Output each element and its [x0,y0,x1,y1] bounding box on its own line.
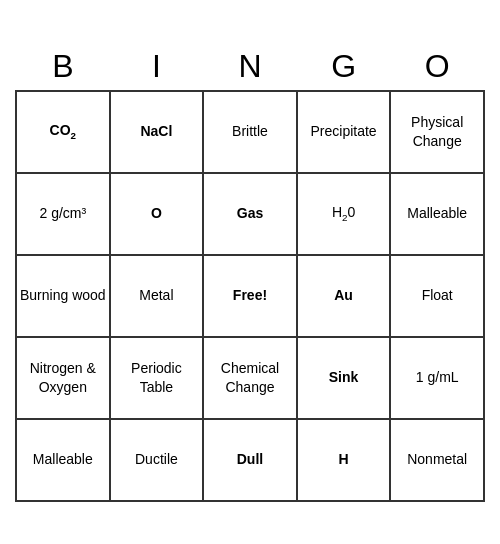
cell-r1-c1: O [110,173,204,255]
cell-r3-c1: Periodic Table [110,337,204,419]
cell-r2-c0: Burning wood [16,255,110,337]
cell-r4-c4: Nonmetal [390,419,484,501]
bingo-table: B I N G O CO2NaClBrittlePrecipitatePhysi… [15,43,485,502]
col-g: G [297,43,391,91]
cell-r1-c4: Malleable [390,173,484,255]
cell-r0-c1: NaCl [110,91,204,173]
cell-r1-c0: 2 g/cm³ [16,173,110,255]
cell-r2-c3: Au [297,255,391,337]
col-b: B [16,43,110,91]
cell-r1-c3: H20 [297,173,391,255]
cell-r3-c4: 1 g/mL [390,337,484,419]
cell-r2-c4: Float [390,255,484,337]
cell-r0-c2: Brittle [203,91,297,173]
cell-r3-c0: Nitrogen & Oxygen [16,337,110,419]
cell-r0-c3: Precipitate [297,91,391,173]
col-i: I [110,43,204,91]
cell-r4-c1: Ductile [110,419,204,501]
cell-r3-c3: Sink [297,337,391,419]
cell-r0-c4: Physical Change [390,91,484,173]
cell-r4-c0: Malleable [16,419,110,501]
cell-r2-c1: Metal [110,255,204,337]
col-o: O [390,43,484,91]
cell-r4-c2: Dull [203,419,297,501]
cell-r3-c2: Chemical Change [203,337,297,419]
cell-r1-c2: Gas [203,173,297,255]
cell-r0-c0: CO2 [16,91,110,173]
col-n: N [203,43,297,91]
cell-r2-c2: Free! [203,255,297,337]
cell-r4-c3: H [297,419,391,501]
